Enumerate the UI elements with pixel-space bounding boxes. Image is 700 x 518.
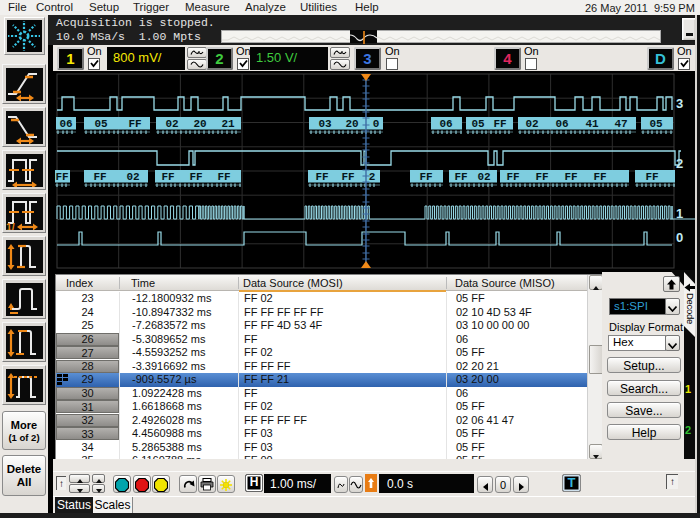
svg-text:FF: FF	[419, 171, 432, 183]
svg-text:FF: FF	[128, 118, 141, 130]
svg-text:FF: FF	[454, 171, 467, 183]
svg-text:0: 0	[676, 230, 683, 245]
svg-text:FF: FF	[564, 171, 577, 183]
svg-text:02: 02	[525, 118, 538, 130]
svg-text:FF: FF	[535, 171, 548, 183]
svg-text:06: 06	[439, 118, 452, 130]
svg-text:FF: FF	[93, 171, 106, 183]
svg-text:FF: FF	[55, 171, 68, 183]
svg-text:06: 06	[59, 118, 72, 130]
svg-text:02: 02	[477, 171, 490, 183]
svg-text:05: 05	[471, 118, 485, 130]
svg-text:FF: FF	[161, 171, 174, 183]
svg-text:FF: FF	[645, 171, 658, 183]
svg-text:47: 47	[614, 118, 627, 130]
svg-text:1: 1	[676, 206, 683, 221]
svg-text:FF: FF	[593, 171, 606, 183]
svg-text:20: 20	[345, 118, 358, 130]
svg-text:0: 0	[373, 118, 380, 130]
svg-text:FF: FF	[315, 171, 328, 183]
svg-text:2: 2	[676, 156, 683, 171]
svg-text:03: 03	[318, 118, 332, 130]
svg-text:21: 21	[221, 118, 235, 130]
svg-text:05: 05	[649, 118, 663, 130]
svg-text:1/: 1/	[6, 221, 15, 230]
svg-text:41: 41	[585, 118, 599, 130]
svg-text:02: 02	[165, 118, 178, 130]
svg-text:FF: FF	[506, 171, 519, 183]
svg-text:20: 20	[193, 118, 206, 130]
svg-text:FF: FF	[217, 171, 230, 183]
svg-text:FF: FF	[493, 118, 506, 130]
svg-text:3: 3	[676, 96, 683, 111]
svg-text:FF: FF	[189, 171, 202, 183]
svg-text:05: 05	[94, 118, 108, 130]
svg-text:06: 06	[555, 118, 568, 130]
svg-text:FF: FF	[341, 171, 354, 183]
svg-text:02: 02	[126, 171, 139, 183]
svg-text:2: 2	[369, 171, 376, 183]
